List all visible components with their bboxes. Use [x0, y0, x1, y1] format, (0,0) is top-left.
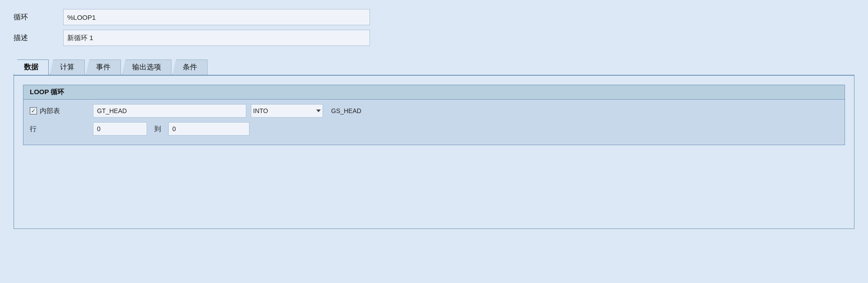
tabs-row: 数据 计算 事件 输出选项 条件: [14, 59, 854, 76]
main-container: 循环 描述 数据 计算 事件 输出选项 条件: [0, 0, 868, 283]
tab-data[interactable]: 数据: [14, 59, 49, 75]
description-form-row: 描述: [14, 30, 854, 46]
loop-label: 循环: [14, 13, 63, 22]
loop-section-body: ✓ 内部表 INTO GS_HEAD: [23, 100, 845, 145]
into-dropdown[interactable]: INTO: [251, 104, 323, 118]
loop-section-header: LOOP 循环: [23, 85, 845, 100]
loop-input[interactable]: [63, 9, 370, 25]
inner-table-checkbox[interactable]: ✓: [30, 107, 37, 114]
line-label: 行: [30, 125, 88, 133]
tab-calc[interactable]: 计算: [50, 59, 85, 75]
tabs-section: 数据 计算 事件 输出选项 条件 LOOP 循环: [14, 59, 854, 229]
tab-output[interactable]: 输出选项: [122, 59, 171, 75]
gs-head-value: GS_HEAD: [328, 106, 365, 115]
gt-head-input[interactable]: [93, 104, 246, 118]
tab-event[interactable]: 事件: [86, 59, 121, 75]
description-label: 描述: [14, 33, 63, 43]
inner-table-label: ✓ 内部表: [30, 107, 88, 115]
tab-condition[interactable]: 条件: [172, 59, 208, 75]
loop-form-row: 循环: [14, 9, 854, 25]
line-row: 行 到: [30, 122, 838, 136]
description-input[interactable]: [63, 30, 370, 46]
to-input[interactable]: [168, 122, 249, 136]
inner-table-row: ✓ 内部表 INTO GS_HEAD: [30, 104, 838, 118]
to-separator: 到: [154, 125, 161, 133]
tab-content: LOOP 循环 ✓ 内部表 INTO: [14, 76, 854, 229]
from-input[interactable]: [93, 122, 147, 136]
dropdown-arrow-icon: [316, 110, 321, 112]
loop-section: LOOP 循环 ✓ 内部表 INTO: [23, 85, 845, 145]
